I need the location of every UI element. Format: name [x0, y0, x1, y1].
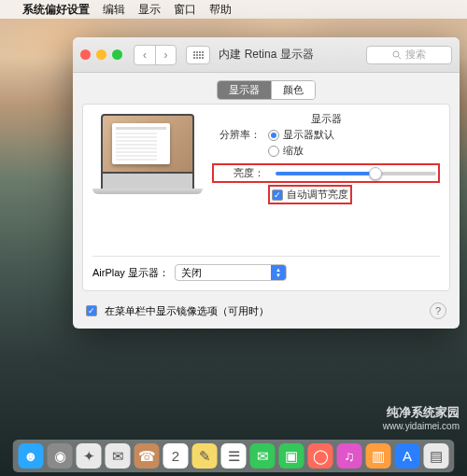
tab-color[interactable]: 颜色 — [271, 81, 315, 99]
tab-display[interactable]: 显示器 — [218, 81, 271, 99]
mirror-checkbox[interactable] — [86, 305, 97, 316]
section-heading: 显示器 — [212, 112, 440, 126]
dock-icon-messages[interactable]: ✉ — [250, 443, 276, 469]
auto-brightness-label: 自动调节亮度 — [287, 188, 348, 202]
back-button[interactable]: ‹ — [134, 46, 155, 64]
search-icon — [392, 50, 402, 60]
radio-scaled-label: 缩放 — [283, 144, 304, 158]
dock-icon-finder[interactable]: ☻ — [19, 443, 44, 469]
airplay-label: AirPlay 显示器： — [92, 266, 169, 280]
dock-icon-preview[interactable]: ▤ — [424, 443, 449, 469]
settings-panel: 显示器 分辨率： 显示器默认 缩放 亮度： — [82, 104, 450, 291]
dock-icon-ibooks[interactable]: ▥ — [366, 443, 391, 469]
display-preview — [92, 114, 203, 206]
help-button[interactable]: ? — [430, 302, 446, 319]
select-arrows-icon: ▲▼ — [271, 265, 286, 280]
dock: ☻◉✦✉☎2✎☰✉▣◯♫▥A▤ — [13, 440, 455, 472]
titlebar: ‹ › 内建 Retina 显示器 搜索 — [73, 37, 460, 73]
radio-scaled[interactable] — [268, 146, 279, 157]
menubar-item-window[interactable]: 窗口 — [174, 2, 196, 18]
radio-default[interactable] — [268, 130, 279, 141]
displays-window: ‹ › 内建 Retina 显示器 搜索 显示器 颜色 — [73, 37, 460, 329]
airplay-select[interactable]: 关闭 ▲▼ — [175, 264, 287, 281]
dock-icon-launchpad[interactable]: ◉ — [48, 443, 73, 469]
dock-icon-photobooth[interactable]: ◯ — [308, 443, 333, 469]
dock-icon-mail[interactable]: ✉ — [106, 443, 131, 469]
svg-point-0 — [393, 51, 399, 57]
watermark: 纯净系统家园 www.yidaimei.com — [383, 404, 460, 431]
radio-default-label: 显示器默认 — [283, 128, 334, 142]
menubar-item-view[interactable]: 显示 — [138, 2, 161, 18]
menubar-item-edit[interactable]: 编辑 — [103, 2, 125, 18]
brightness-row-highlight: 亮度： — [212, 163, 440, 183]
minimize-button[interactable] — [96, 49, 106, 60]
brightness-slider-knob[interactable] — [369, 167, 382, 180]
search-input[interactable]: 搜索 — [366, 46, 452, 64]
menubar: 系统偏好设置 编辑 显示 窗口 帮助 — [0, 0, 467, 19]
dock-icon-calendar[interactable]: 2 — [163, 443, 189, 469]
dock-icon-notes[interactable]: ✎ — [192, 443, 218, 469]
dock-icon-appstore[interactable]: A — [395, 443, 420, 469]
tab-row: 显示器 颜色 — [73, 73, 460, 104]
svg-line-1 — [399, 56, 402, 59]
resolution-label: 分辨率： — [212, 128, 268, 142]
mirror-checkbox-label: 在菜单栏中显示镜像选项（可用时） — [105, 304, 269, 318]
menubar-item-help[interactable]: 帮助 — [209, 2, 232, 18]
dock-icon-contacts[interactable]: ☎ — [134, 443, 160, 469]
menubar-app[interactable]: 系统偏好设置 — [22, 2, 90, 18]
show-all-button[interactable] — [186, 46, 210, 64]
dock-icon-facetime[interactable]: ▣ — [279, 443, 304, 469]
dock-icon-safari[interactable]: ✦ — [77, 443, 102, 469]
zoom-button[interactable] — [112, 49, 122, 60]
dock-icon-reminders[interactable]: ☰ — [221, 443, 247, 469]
auto-brightness-checkbox[interactable] — [272, 189, 283, 201]
brightness-label: 亮度： — [216, 166, 272, 180]
close-button[interactable] — [80, 49, 91, 60]
forward-button[interactable]: › — [155, 46, 176, 64]
brightness-slider[interactable] — [276, 172, 436, 175]
dock-icon-itunes[interactable]: ♫ — [337, 443, 362, 469]
